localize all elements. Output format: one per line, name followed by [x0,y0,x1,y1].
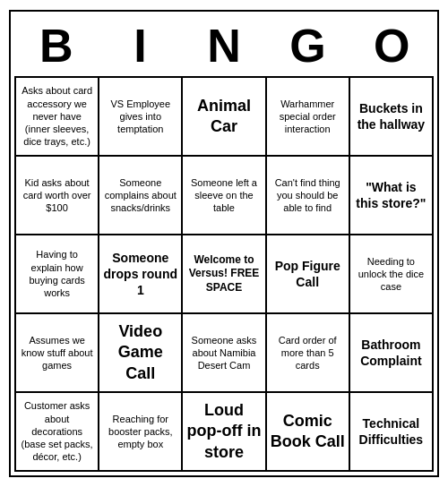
bingo-cell-23[interactable]: Comic Book Call [267,393,350,472]
bingo-cell-9[interactable]: "What is this store?" [350,157,434,235]
letter-g: G [269,19,348,73]
bingo-cell-20[interactable]: Customer asks about decorations (base se… [16,393,99,472]
letter-b: B [17,19,96,73]
letter-o: O [352,19,431,73]
bingo-cell-6[interactable]: Someone complains about snacks/drinks [99,157,183,235]
bingo-cell-0[interactable]: Asks about card accessory we never have … [16,78,99,157]
bingo-cell-24[interactable]: Technical Difficulties [350,393,434,472]
letter-n: N [185,19,263,73]
bingo-cell-17[interactable]: Someone asks about Namibia Desert Cam [183,314,266,393]
bingo-cell-11[interactable]: Someone drops round 1 [99,235,183,314]
bingo-cell-12[interactable]: Welcome to Versus! FREE SPACE [183,235,266,314]
letter-i: I [100,19,179,73]
bingo-card: B I N G O Asks about card accessory we n… [9,10,439,477]
bingo-cell-2[interactable]: Animal Car [183,78,266,157]
bingo-cell-13[interactable]: Pop Figure Call [267,235,350,314]
bingo-cell-16[interactable]: Video Game Call [99,314,183,393]
bingo-cell-19[interactable]: Bathroom Complaint [350,314,434,393]
bingo-cell-22[interactable]: Loud pop-off in store [183,393,266,472]
bingo-cell-18[interactable]: Card order of more than 5 cards [267,314,350,393]
bingo-cell-7[interactable]: Someone left a sleeve on the table [183,157,266,235]
bingo-cell-21[interactable]: Reaching for booster packs, empty box [99,393,183,472]
bingo-cell-3[interactable]: Warhammer special order interaction [267,78,350,157]
bingo-cell-14[interactable]: Needing to unlock the dice case [350,235,434,314]
bingo-grid: Asks about card accessory we never have … [14,76,434,472]
bingo-cell-8[interactable]: Can't find thing you should be able to f… [267,157,350,235]
bingo-cell-5[interactable]: Kid asks about card worth over $100 [16,157,99,235]
bingo-cell-10[interactable]: Having to explain how buying cards works [16,235,99,314]
bingo-header: B I N G O [14,15,434,76]
bingo-cell-15[interactable]: Assumes we know stuff about games [16,314,99,393]
bingo-cell-1[interactable]: VS Employee gives into temptation [99,78,183,157]
bingo-cell-4[interactable]: Buckets in the hallway [350,78,434,157]
